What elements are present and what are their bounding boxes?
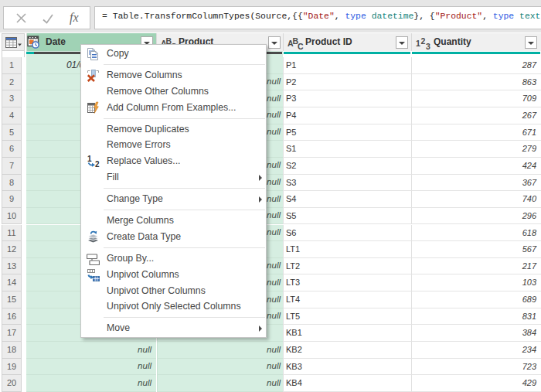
svg-text:1: 1: [87, 155, 92, 163]
svg-text:2: 2: [95, 160, 100, 168]
